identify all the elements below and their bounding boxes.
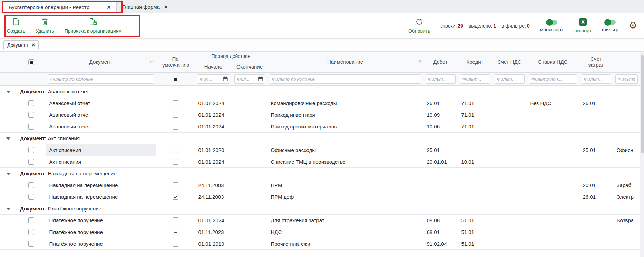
cell-document[interactable]: Авансовый отчет	[46, 121, 156, 132]
row-select-cell[interactable]	[17, 191, 46, 203]
cell-default[interactable]	[156, 214, 195, 226]
filter-input-debit[interactable]	[426, 74, 456, 84]
column-header-vat-rate[interactable]: Ставка НДС	[527, 52, 579, 72]
chevron-down-icon[interactable]	[6, 208, 10, 210]
column-header-document[interactable]: Документ ↑1	[46, 52, 156, 72]
row-checkbox[interactable]	[28, 100, 34, 106]
row-select-cell[interactable]	[17, 109, 46, 121]
row-select-cell[interactable]	[17, 238, 46, 249]
group-collapse-toggle[interactable]	[0, 85, 17, 97]
row-checkbox[interactable]	[28, 159, 34, 165]
row-checkbox[interactable]	[28, 194, 34, 200]
column-header-extra[interactable]	[613, 52, 640, 72]
default-checkbox[interactable]	[173, 100, 178, 106]
column-header-default[interactable]: По умолчанию	[156, 52, 195, 72]
column-header-cost-account[interactable]: Счет затрат	[579, 52, 613, 72]
cell-document[interactable]: Платёжное поручение	[46, 238, 156, 249]
row-checkbox[interactable]	[28, 182, 34, 188]
cell-default[interactable]	[156, 121, 195, 132]
cell-document[interactable]: Накладная на перемещение	[46, 191, 156, 203]
default-checkbox[interactable]	[173, 194, 178, 200]
group-collapse-toggle[interactable]	[0, 167, 17, 179]
row-checkbox[interactable]	[28, 241, 34, 247]
toggle-switch-icon[interactable]	[605, 20, 616, 25]
filter-default-checkbox[interactable]	[173, 76, 178, 82]
row-select-cell[interactable]	[17, 179, 46, 191]
default-checkbox[interactable]	[173, 112, 178, 118]
default-checkbox[interactable]	[173, 147, 178, 153]
table-row[interactable]: Авансовый отчет01.01.2024Командировочные…	[0, 97, 640, 109]
refresh-button[interactable]: Обновить	[408, 18, 430, 34]
delete-button[interactable]: Удалить	[36, 18, 54, 34]
cell-document[interactable]: Платёжное поручение	[46, 214, 156, 226]
cell-document[interactable]: Акт списания	[46, 156, 156, 167]
tab-main-form[interactable]: Главная форма ×	[117, 1, 173, 13]
row-checkbox[interactable]	[28, 124, 34, 130]
cell-default[interactable]	[156, 144, 195, 156]
table-row[interactable]: Платёжное поручение01.01.2019Прочие плат…	[0, 238, 640, 249]
column-header-vat-account[interactable]: Счет НДС	[492, 52, 527, 72]
multisort-toggle[interactable]: множ.сорт.	[540, 19, 564, 32]
column-header-credit[interactable]: Кредит	[458, 52, 492, 72]
close-icon[interactable]: ×	[107, 4, 111, 10]
filter-input-name[interactable]	[270, 74, 421, 84]
chevron-down-icon[interactable]	[6, 173, 10, 175]
toggle-switch-icon[interactable]	[546, 20, 557, 25]
table-row[interactable]: Акт списания01.01.2020Офисные расходы25.…	[0, 144, 640, 156]
filter-date-start[interactable]	[197, 74, 230, 84]
chevron-down-icon[interactable]	[6, 137, 10, 140]
table-row[interactable]: Платёжное поручение01.11.2023НДС68.0151.…	[0, 226, 640, 238]
default-checkbox[interactable]	[173, 217, 178, 223]
close-icon[interactable]: ×	[164, 3, 168, 10]
default-checkbox[interactable]	[173, 229, 178, 235]
cell-default[interactable]	[156, 238, 195, 249]
chevron-down-icon[interactable]	[6, 91, 10, 93]
default-checkbox[interactable]	[173, 159, 178, 165]
column-header-end[interactable]: Окончание	[232, 61, 267, 72]
table-row[interactable]: Авансовый отчет01.01.2024Приход прочих м…	[0, 121, 640, 132]
filter-input-vat-account[interactable]	[495, 74, 525, 84]
column-header-start[interactable]: Начало	[195, 61, 232, 72]
filter-input-cost-account[interactable]	[582, 74, 611, 84]
row-checkbox[interactable]	[28, 147, 34, 153]
cell-default[interactable]	[156, 179, 195, 191]
cell-document[interactable]: Платёжное поручение	[46, 226, 156, 238]
cell-default[interactable]	[156, 156, 195, 167]
table-row[interactable]: Авансовый отчет01.01.2024Приход инвентар…	[0, 109, 640, 121]
filter-input-credit[interactable]	[460, 74, 490, 84]
scrollbar-thumb[interactable]	[641, 55, 644, 153]
link-to-organizations-button[interactable]: Привязка к организациям	[65, 18, 122, 34]
row-select-cell[interactable]	[17, 144, 46, 156]
sort-indicator-icon[interactable]: ↑1	[150, 60, 154, 64]
row-checkbox[interactable]	[28, 217, 34, 223]
row-select-cell[interactable]	[17, 121, 46, 132]
table-row[interactable]: Платёжное поручение01.01.2024Для отражен…	[0, 214, 640, 226]
export-button[interactable]: X экспорт	[574, 18, 592, 33]
group-chip-document[interactable]: Документ ×	[3, 40, 39, 50]
row-checkbox[interactable]	[28, 229, 34, 235]
default-checkbox[interactable]	[173, 182, 178, 188]
sort-indicator-icon[interactable]: ↑2	[417, 60, 421, 64]
tab-accounting-operations[interactable]: Бухгалтерские операции - Реестр ×	[3, 1, 117, 13]
select-all-header[interactable]	[17, 52, 46, 72]
group-collapse-toggle[interactable]	[0, 203, 17, 214]
settings-gear-icon[interactable]: ⚙	[629, 21, 637, 30]
vertical-scrollbar[interactable]	[640, 52, 644, 257]
filter-input-start[interactable]	[199, 76, 223, 82]
row-select-cell[interactable]	[17, 226, 46, 238]
row-select-cell[interactable]	[17, 156, 46, 167]
row-select-cell[interactable]	[17, 214, 46, 226]
filter-cell-default[interactable]	[156, 72, 195, 85]
default-checkbox[interactable]	[173, 241, 178, 247]
cell-default[interactable]	[156, 191, 195, 203]
cell-default[interactable]	[156, 109, 195, 121]
row-select-cell[interactable]	[17, 97, 46, 109]
table-row[interactable]: Накладная на перемещение24.11.2003ПРМ де…	[0, 191, 640, 203]
filter-date-end[interactable]	[234, 74, 265, 84]
cell-document[interactable]: Акт списания	[46, 144, 156, 156]
row-checkbox[interactable]	[28, 112, 34, 118]
column-header-name[interactable]: Наименование ↑2	[267, 52, 423, 72]
create-button[interactable]: Создать	[7, 18, 25, 34]
filter-input-end[interactable]	[236, 76, 258, 82]
filter-input-document[interactable]	[48, 74, 154, 84]
